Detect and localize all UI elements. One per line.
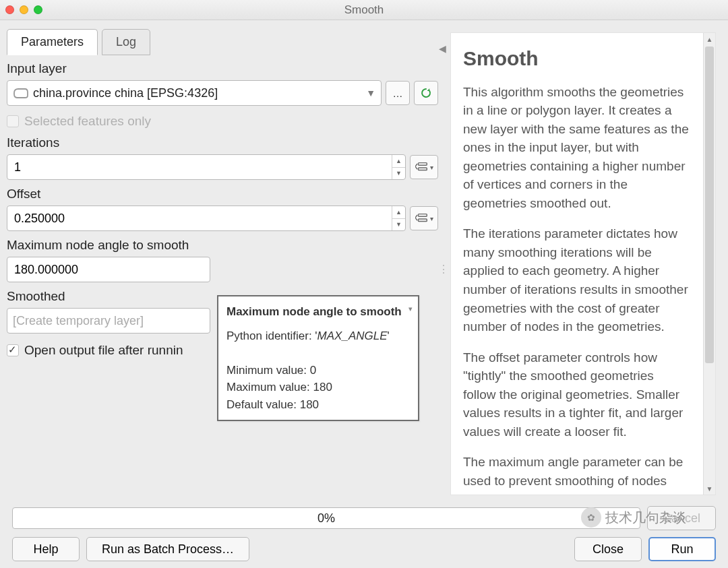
spinner-up-icon[interactable]: ▲ [392, 155, 405, 168]
open-after-running-label: Open output file after runnin [24, 343, 183, 358]
scroll-up-icon[interactable]: ▲ [704, 33, 715, 45]
selected-features-label: Selected features only [24, 114, 151, 129]
svg-rect-3 [418, 219, 427, 222]
offset-input[interactable] [7, 206, 392, 230]
bottom-bar: 0% Cancel Help Run as Batch Process… Clo… [0, 501, 728, 568]
tabbar: Parameters Log [7, 28, 438, 55]
spinner-down-icon[interactable]: ▼ [392, 168, 405, 180]
selected-features-only-row: Selected features only [7, 114, 438, 129]
data-defined-icon [415, 213, 429, 224]
help-paragraph: This algorithm smooths the geometries in… [463, 83, 690, 213]
close-button[interactable]: Close [574, 537, 642, 561]
splitter-handle[interactable]: ⋮ [438, 263, 450, 276]
chevron-down-icon: ▾ [430, 164, 433, 171]
run-button[interactable]: Run [648, 537, 716, 561]
max-angle-tooltip: Maximum node angle to smooth ▾ Python id… [217, 295, 419, 421]
svg-rect-2 [418, 214, 427, 217]
help-button[interactable]: Help [12, 537, 80, 561]
input-layer-label: Input layer [7, 61, 438, 76]
max-angle-spinbox[interactable] [7, 257, 210, 282]
iterations-label: Iterations [7, 135, 438, 150]
minimize-window-icon[interactable] [20, 5, 28, 14]
open-after-running-checkbox[interactable] [7, 344, 19, 356]
tooltip-python-id: Python identifier: 'MAX_ANGLE' [226, 327, 410, 345]
iterations-data-defined-button[interactable]: ▾ [410, 155, 438, 179]
input-layer-select[interactable]: china.province china [EPSG:4326] ▼ [7, 80, 382, 106]
parameters-panel: ◀ Parameters Log Input layer china.provi… [0, 20, 445, 501]
ellipsis-icon: … [393, 88, 403, 99]
progress-text: 0% [317, 511, 335, 526]
offset-label: Offset [7, 187, 438, 201]
cancel-button: Cancel [647, 506, 716, 530]
tab-parameters[interactable]: Parameters [7, 29, 98, 55]
titlebar: Smooth [0, 0, 728, 20]
offset-spinner[interactable]: ▲ ▼ [392, 206, 405, 230]
close-window-icon[interactable] [5, 5, 14, 14]
tab-log[interactable]: Log [102, 29, 150, 55]
spinner-up-icon[interactable]: ▲ [392, 206, 405, 219]
chevron-down-icon: ▾ [408, 303, 413, 315]
offset-data-defined-button[interactable]: ▾ [410, 206, 438, 230]
help-paragraph: The maximum angle parameter can be used … [463, 453, 690, 490]
scroll-down-icon[interactable]: ▼ [704, 482, 715, 495]
scroll-thumb[interactable] [705, 46, 714, 363]
run-batch-button[interactable]: Run as Batch Process… [86, 537, 249, 561]
dropdown-arrow-icon: ▼ [366, 88, 375, 98]
svg-rect-1 [418, 168, 427, 170]
data-defined-icon [415, 162, 429, 172]
help-title: Smooth [463, 44, 690, 73]
smoothed-output-select[interactable]: [Create temporary layer] [7, 308, 210, 334]
progress-bar: 0% [12, 507, 640, 529]
window-title: Smooth [344, 3, 384, 17]
chevron-down-icon: ▾ [430, 215, 433, 222]
tooltip-max: Maximum value: 180 [226, 379, 410, 396]
iterations-spinner[interactable]: ▲ ▼ [392, 155, 405, 179]
help-scrollbar[interactable]: ▲ ▼ [703, 33, 715, 495]
tooltip-min: Minimum value: 0 [226, 362, 410, 379]
window-controls [5, 5, 42, 14]
browse-layer-button[interactable]: … [386, 81, 410, 105]
zoom-window-icon[interactable] [34, 5, 42, 14]
offset-spinbox[interactable]: ▲ ▼ [7, 206, 406, 231]
help-panel: Smooth This algorithm smooths the geomet… [450, 32, 716, 495]
input-layer-value: china.province china [EPSG:4326] [33, 86, 366, 100]
collapse-help-icon[interactable]: ◀ [439, 43, 446, 54]
help-paragraph: The offset parameter controls how "tight… [463, 348, 690, 441]
help-content: Smooth This algorithm smooths the geomet… [451, 33, 703, 495]
iterations-spinbox[interactable]: ▲ ▼ [7, 154, 406, 180]
tooltip-default: Default value: 180 [226, 396, 410, 414]
svg-rect-0 [418, 163, 427, 166]
max-angle-input[interactable] [7, 257, 210, 282]
iterations-input[interactable] [7, 155, 392, 179]
tooltip-title: Maximum node angle to smooth [226, 303, 410, 321]
smoothed-placeholder: [Create temporary layer] [13, 314, 204, 328]
reload-icon [420, 87, 432, 99]
max-angle-label: Maximum node angle to smooth [7, 238, 438, 253]
selected-features-checkbox [7, 115, 19, 127]
spinner-down-icon[interactable]: ▼ [392, 219, 405, 231]
help-paragraph: The iterations parameter dictates how ma… [463, 224, 690, 336]
reload-layer-button[interactable] [414, 81, 438, 105]
polygon-layer-icon [13, 87, 29, 99]
